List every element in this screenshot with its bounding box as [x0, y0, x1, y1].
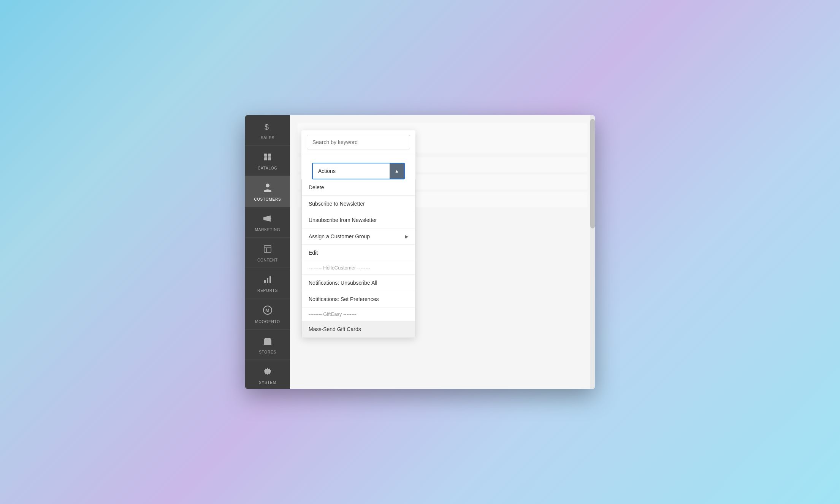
reports-icon — [263, 275, 272, 286]
dropdown-item-unsubscribe-newsletter[interactable]: Unsubscribe from Newsletter — [302, 212, 415, 228]
dropdown-item-label-mass-send-gift-cards: Mass-Send Gift Cards — [309, 326, 361, 332]
content-icon — [263, 244, 272, 256]
actions-dropdown-wrapper: Actions ▲ — [301, 154, 415, 179]
actions-label[interactable]: Actions — [313, 164, 390, 178]
sidebar-item-moogento[interactable]: M MOOGENTO — [245, 298, 290, 330]
marketing-icon — [263, 214, 272, 225]
sidebar-label-stores: STORES — [259, 350, 276, 354]
sidebar-label-sales: SALES — [261, 136, 274, 140]
svg-rect-10 — [264, 280, 266, 283]
sidebar: $ SALES CATALOG — [245, 115, 290, 389]
scrollbar-thumb[interactable] — [590, 119, 595, 228]
sidebar-label-customers: CUSTOMERS — [254, 197, 281, 201]
actions-overlay-panel: Actions ▲ DeleteSubscribe to NewsletterU… — [301, 130, 415, 338]
dropdown-item-label-notifications-unsubscribe-all: Notifications: Unsubscribe All — [309, 280, 377, 286]
svg-point-5 — [266, 184, 269, 187]
dropdown-item-sep-gifteasy: -------- GiftEasy -------- — [302, 307, 415, 321]
sidebar-item-customers[interactable]: CUSTOMERS — [245, 176, 290, 207]
sidebar-label-moogento: MOOGENTO — [255, 320, 280, 324]
sidebar-label-marketing: MARKETING — [255, 228, 281, 232]
dropdown-item-sep-hellocustomer: -------- HelloCustomer -------- — [302, 261, 415, 275]
stores-icon — [263, 336, 272, 348]
dropdown-item-edit[interactable]: Edit — [302, 245, 415, 261]
svg-rect-3 — [264, 157, 267, 160]
content-area: rrrr am ane Actions ▲ — [290, 115, 595, 389]
dropdown-item-label-assign-customer-group: Assign a Customer Group — [309, 233, 370, 239]
sidebar-item-catalog[interactable]: CATALOG — [245, 146, 290, 176]
svg-rect-2 — [268, 154, 271, 157]
catalog-icon — [263, 152, 272, 164]
dropdown-item-label-edit: Edit — [309, 250, 318, 256]
sidebar-label-reports: REPORTS — [257, 288, 278, 293]
svg-rect-1 — [264, 154, 267, 157]
actions-dropdown-header[interactable]: Actions ▲ — [312, 163, 405, 179]
submenu-chevron-icon: ▶ — [405, 234, 408, 239]
svg-text:M: M — [265, 307, 269, 313]
search-input[interactable] — [307, 135, 410, 149]
dropdown-item-mass-send-gift-cards[interactable]: Mass-Send Gift Cards — [302, 321, 415, 338]
svg-rect-11 — [267, 278, 268, 283]
sales-icon: $ — [263, 122, 272, 133]
actions-arrow-icon: ▲ — [395, 168, 399, 174]
dropdown-item-label-notifications-set-preferences: Notifications: Set Preferences — [309, 296, 379, 302]
dropdown-item-label-sep-gifteasy: -------- GiftEasy -------- — [309, 311, 357, 317]
dropdown-item-label-unsubscribe-newsletter: Unsubscribe from Newsletter — [309, 217, 377, 223]
sidebar-item-system[interactable]: SYSTEM — [245, 360, 290, 389]
sidebar-item-content[interactable]: CONTENT — [245, 238, 290, 268]
sidebar-item-sales[interactable]: $ SALES — [245, 115, 290, 146]
svg-text:$: $ — [265, 123, 269, 131]
dropdown-item-delete[interactable]: Delete — [302, 179, 415, 196]
scrollbar-track[interactable] — [590, 115, 595, 389]
dropdown-item-notifications-unsubscribe-all[interactable]: Notifications: Unsubscribe All — [302, 275, 415, 291]
dropdown-item-notifications-set-preferences[interactable]: Notifications: Set Preferences — [302, 291, 415, 307]
actions-arrow-button[interactable]: ▲ — [390, 163, 404, 179]
dropdown-item-assign-customer-group[interactable]: Assign a Customer Group▶ — [302, 228, 415, 245]
dropdown-item-subscribe-newsletter[interactable]: Subscribe to Newsletter — [302, 196, 415, 212]
svg-rect-16 — [266, 341, 269, 345]
customers-icon — [263, 183, 272, 195]
svg-rect-6 — [263, 217, 265, 220]
sidebar-label-catalog: CATALOG — [258, 166, 277, 170]
dropdown-item-label-delete: Delete — [309, 184, 324, 190]
dropdown-item-label-sep-hellocustomer: -------- HelloCustomer -------- — [309, 265, 370, 271]
sidebar-item-stores[interactable]: STORES — [245, 330, 290, 360]
search-container — [301, 130, 415, 154]
sidebar-label-system: SYSTEM — [259, 380, 276, 385]
sidebar-label-content: CONTENT — [257, 258, 278, 262]
sidebar-item-reports[interactable]: REPORTS — [245, 268, 290, 298]
svg-rect-12 — [269, 276, 271, 283]
dropdown-menu: DeleteSubscribe to NewsletterUnsubscribe… — [301, 179, 415, 338]
sidebar-item-marketing[interactable]: MARKETING — [245, 207, 290, 238]
main-window: $ SALES CATALOG — [245, 115, 595, 389]
system-icon — [263, 367, 272, 378]
svg-rect-7 — [264, 246, 271, 252]
moogento-icon: M — [263, 305, 273, 317]
dropdown-item-label-subscribe-newsletter: Subscribe to Newsletter — [309, 201, 365, 207]
svg-rect-4 — [268, 157, 271, 160]
